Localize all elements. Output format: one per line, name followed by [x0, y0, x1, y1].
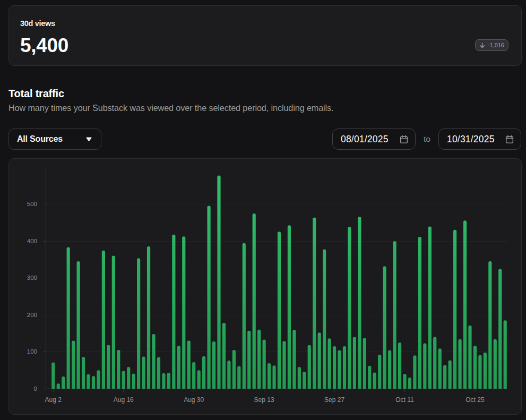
- chart-bar[interactable]: [202, 356, 205, 389]
- chart-bar[interactable]: [313, 218, 316, 389]
- stat-label: 30d views: [20, 19, 55, 28]
- y-axis-label: 300: [27, 275, 37, 281]
- chart-bar[interactable]: [162, 373, 165, 389]
- chart-bar[interactable]: [177, 346, 180, 389]
- chart-bar[interactable]: [167, 373, 170, 389]
- chart-bar[interactable]: [438, 348, 442, 389]
- chart-bar[interactable]: [373, 372, 376, 389]
- start-date-input[interactable]: 08/01/2025: [332, 128, 416, 150]
- chart-bar[interactable]: [343, 346, 346, 389]
- chart-bar[interactable]: [468, 325, 471, 389]
- chart-bar[interactable]: [433, 337, 436, 389]
- chart-bar[interactable]: [247, 331, 251, 389]
- chart-bar[interactable]: [338, 350, 341, 389]
- chart-bar[interactable]: [449, 360, 452, 389]
- chart-bar[interactable]: [453, 230, 456, 389]
- chart-bar[interactable]: [127, 367, 130, 389]
- chart-bar[interactable]: [137, 258, 140, 389]
- chart-bar[interactable]: [288, 225, 291, 389]
- chart-bar[interactable]: [182, 236, 185, 389]
- chart-bar[interactable]: [77, 261, 80, 389]
- chart-bar[interactable]: [207, 205, 210, 389]
- chart-bar[interactable]: [187, 341, 191, 389]
- chart-bar[interactable]: [152, 334, 155, 389]
- chart-bar[interactable]: [268, 363, 271, 389]
- chart-bar[interactable]: [423, 343, 426, 389]
- stat-change-badge: -1,016: [475, 39, 508, 51]
- chart-bar[interactable]: [57, 383, 60, 389]
- chart-bar[interactable]: [217, 175, 220, 389]
- chart-bar[interactable]: [393, 241, 396, 389]
- arrow-down-icon: [479, 42, 485, 48]
- chart-bar[interactable]: [418, 237, 421, 389]
- chart-bar[interactable]: [212, 341, 215, 389]
- chart-bar[interactable]: [478, 355, 481, 389]
- chart-bar[interactable]: [282, 341, 286, 389]
- chart-bar[interactable]: [263, 339, 266, 389]
- chart-bar[interactable]: [398, 342, 401, 389]
- chart-bar[interactable]: [494, 339, 497, 389]
- chart-bar[interactable]: [358, 217, 361, 389]
- chart-bar[interactable]: [112, 255, 115, 389]
- end-date-input[interactable]: 10/31/2025: [438, 128, 521, 150]
- chart-bar[interactable]: [458, 339, 461, 389]
- chart-bar[interactable]: [388, 350, 391, 389]
- chart-bar[interactable]: [253, 213, 256, 389]
- chart-bar[interactable]: [82, 357, 85, 389]
- chart-bar[interactable]: [97, 370, 100, 389]
- chart-bar[interactable]: [222, 323, 226, 389]
- chart-bar[interactable]: [303, 372, 306, 389]
- chart-bar[interactable]: [368, 366, 371, 389]
- chart-bar[interactable]: [72, 341, 75, 389]
- chart-bar[interactable]: [348, 227, 351, 389]
- chart-bar[interactable]: [353, 337, 356, 389]
- chart-bar[interactable]: [227, 361, 230, 389]
- chart-bar[interactable]: [172, 235, 175, 389]
- chart-bar[interactable]: [257, 330, 261, 389]
- chart-bar[interactable]: [157, 357, 160, 389]
- chart-bar[interactable]: [484, 353, 487, 389]
- chart-bar[interactable]: [378, 355, 381, 389]
- chart-bar[interactable]: [463, 220, 467, 389]
- chart-bar[interactable]: [473, 346, 477, 389]
- chart-bar[interactable]: [147, 246, 150, 389]
- chart-bar[interactable]: [443, 365, 446, 389]
- chart-bar[interactable]: [87, 374, 90, 389]
- chart-bar[interactable]: [333, 346, 336, 389]
- chart-bar[interactable]: [363, 338, 366, 389]
- chart-bar[interactable]: [102, 251, 105, 389]
- chart-bar[interactable]: [498, 269, 502, 389]
- chart-bar[interactable]: [237, 366, 240, 389]
- chart-bar[interactable]: [122, 371, 125, 389]
- chart-bar[interactable]: [403, 374, 406, 389]
- chart-bar[interactable]: [232, 350, 236, 389]
- chart-bar[interactable]: [298, 367, 301, 389]
- chart-bar[interactable]: [272, 365, 275, 389]
- chart-bar[interactable]: [92, 376, 95, 389]
- chart-bar[interactable]: [308, 345, 311, 389]
- chart-bar[interactable]: [192, 362, 195, 389]
- y-axis-label: 500: [27, 201, 37, 207]
- chart-bar[interactable]: [278, 232, 281, 389]
- chart-bar[interactable]: [428, 226, 432, 389]
- chart-bar[interactable]: [318, 332, 321, 389]
- chart-bar[interactable]: [292, 330, 296, 389]
- chart-bar[interactable]: [107, 345, 110, 389]
- chart-bar[interactable]: [243, 243, 246, 389]
- chart-bar[interactable]: [117, 350, 120, 389]
- source-filter-select[interactable]: All Sources: [8, 128, 101, 150]
- chart-bar[interactable]: [142, 356, 145, 389]
- chart-bar[interactable]: [67, 247, 70, 389]
- chart-bar[interactable]: [62, 376, 65, 389]
- chart-bar[interactable]: [197, 370, 201, 389]
- chart-bar[interactable]: [383, 267, 386, 389]
- chart-bar[interactable]: [488, 261, 491, 389]
- chart-bar[interactable]: [413, 355, 416, 389]
- chart-bar[interactable]: [132, 373, 135, 389]
- chart-bar[interactable]: [51, 363, 55, 389]
- y-axis-label: 0: [34, 385, 37, 392]
- chart-bar[interactable]: [408, 378, 411, 389]
- chart-bar[interactable]: [328, 338, 331, 389]
- chart-bar[interactable]: [323, 250, 326, 389]
- chart-bar[interactable]: [504, 320, 507, 389]
